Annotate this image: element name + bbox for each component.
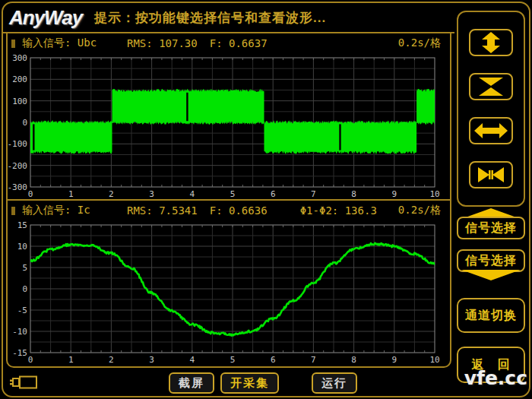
svg-text:-15: -15 — [12, 348, 27, 358]
signal-select-up-label: 信号选择 — [465, 220, 517, 236]
svg-text:5: 5 — [22, 263, 27, 273]
acquire-button[interactable]: 开采集 — [220, 372, 279, 394]
svg-text:0: 0 — [28, 189, 33, 199]
svg-text:-100: -100 — [8, 139, 27, 149]
analyzer-screen: AnyWay 提示：按功能键选择信号和查看波形... 输入信号: Ubc RMS… — [0, 0, 532, 399]
channel-switch-label: 通道切换 — [465, 308, 517, 324]
brand-logo: AnyWay — [9, 6, 82, 30]
screenshot-button[interactable]: 截屏 — [169, 372, 214, 394]
svg-text:0: 0 — [22, 118, 27, 128]
chann2-freq-value: F: 0.6636 — [210, 204, 268, 217]
expand-vertical-icon — [474, 32, 508, 53]
triangle-down-icon — [461, 270, 521, 280]
svg-text:10: 10 — [429, 355, 439, 365]
svg-text:2: 2 — [109, 355, 114, 365]
svg-text:4: 4 — [189, 189, 195, 199]
svg-text:5: 5 — [230, 189, 236, 199]
svg-text:0: 0 — [28, 355, 33, 365]
channel1-freq-value: F: 0.6637 — [210, 37, 268, 49]
signal-select-down-button[interactable]: 信号选择 — [457, 249, 525, 280]
svg-text:9: 9 — [391, 189, 397, 199]
svg-text:8: 8 — [351, 355, 356, 365]
svg-text:-10: -10 — [12, 327, 27, 337]
compress-horizontal-button[interactable] — [469, 161, 513, 188]
side-button-panel: 信号选择 信号选择 通道切换 返 回 — [454, 0, 529, 399]
channel1-header: 输入信号: Ubc RMS: 107.30 F: 0.6637 0.2s/格 — [8, 33, 450, 53]
channel2-header: 输入信号: Ic RMS: 7.5341 F: 0.6636 Φ1-Φ2: 13… — [8, 201, 450, 220]
svg-text:300: 300 — [12, 53, 27, 63]
svg-text:2: 2 — [109, 189, 114, 199]
waveform-area: 输入信号: Ubc RMS: 107.30 F: 0.6637 0.2s/格 -… — [6, 33, 451, 368]
svg-text:10: 10 — [429, 189, 439, 199]
titlebar: AnyWay 提示：按功能键选择信号和查看波形... — [9, 4, 326, 31]
ubc-waveform-chart: -300-200-1000100200300012345678910 — [8, 53, 450, 199]
vfe-watermark: vfe.cc — [464, 367, 527, 389]
svg-text:6: 6 — [271, 189, 276, 199]
scale-button-group — [457, 11, 525, 207]
svg-text:15: 15 — [17, 220, 27, 230]
svg-text:-5: -5 — [17, 306, 27, 315]
svg-text:3: 3 — [149, 189, 154, 199]
svg-text:7: 7 — [311, 189, 316, 199]
expand-horizontal-button[interactable] — [469, 117, 513, 144]
svg-text:200: 200 — [12, 74, 27, 84]
svg-text:3: 3 — [149, 355, 154, 365]
svg-text:7: 7 — [311, 355, 316, 365]
svg-text:9: 9 — [391, 355, 397, 365]
svg-text:8: 8 — [351, 189, 356, 199]
channel-marker-icon — [11, 207, 15, 215]
channel-switch-button[interactable]: 通道切换 — [457, 298, 525, 333]
svg-text:1: 1 — [68, 189, 74, 199]
channel2-rms-value: RMS: 7.5341 — [127, 204, 198, 217]
expand-vertical-button[interactable] — [469, 29, 513, 56]
channel1-timebase: 0.2s/格 — [398, 36, 441, 50]
signal-select-up-button[interactable]: 信号选择 — [457, 208, 525, 239]
compress-horizontal-icon — [474, 166, 508, 184]
channel2-signal-name: 输入信号: Ic — [22, 204, 127, 217]
expand-horizontal-icon — [474, 122, 508, 140]
svg-text:0: 0 — [22, 284, 27, 294]
ic-waveform-chart: -15-10-5051015012345678910 — [8, 220, 450, 365]
svg-text:-300: -300 — [8, 182, 27, 192]
compress-vertical-button[interactable] — [469, 73, 513, 100]
svg-text:10: 10 — [17, 242, 27, 252]
channel1-rms-value: RMS: 107.30 — [127, 37, 198, 49]
channel1-signal-name: 输入信号: Ubc — [22, 36, 127, 50]
svg-text:-200: -200 — [8, 161, 27, 171]
svg-text:4: 4 — [189, 355, 195, 365]
svg-text:5: 5 — [230, 355, 236, 365]
signal-select-down-label: 信号选择 — [465, 253, 517, 269]
channel2-phase-value: Φ1-Φ2: 136.3 — [300, 204, 377, 217]
svg-text:6: 6 — [271, 355, 276, 365]
run-button[interactable]: 运行 — [312, 372, 357, 394]
battery-icon — [9, 374, 40, 391]
svg-text:1: 1 — [68, 355, 74, 365]
compress-vertical-icon — [474, 76, 508, 97]
svg-text:100: 100 — [12, 97, 27, 106]
status-hint: 提示：按功能键选择信号和查看波形... — [94, 9, 326, 27]
channel-marker-icon — [11, 40, 15, 48]
channel2-timebase: 0.2s/格 — [398, 204, 441, 217]
